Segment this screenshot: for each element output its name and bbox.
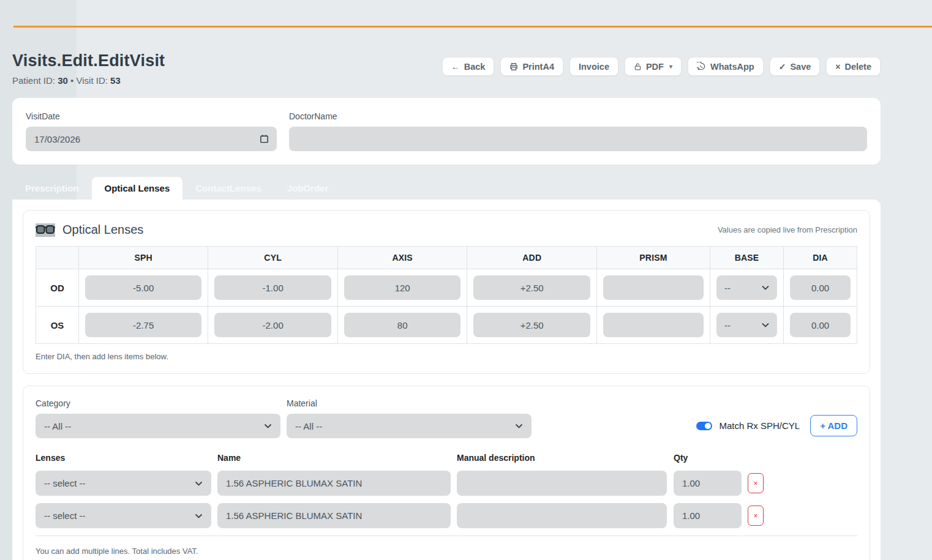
rx-header-row: SPH CYL AXIS ADD PRISM BASE DIA xyxy=(36,247,857,269)
manual-description-input-2[interactable] xyxy=(457,503,667,528)
od-dia-input[interactable] xyxy=(790,275,851,300)
rx-row-od: OD -- xyxy=(36,269,857,307)
patient-id-value: 30 xyxy=(58,75,68,86)
rx-col-prism: PRISM xyxy=(597,247,710,269)
pdf-icon xyxy=(634,62,642,71)
delete-lens-row-1-button[interactable]: × xyxy=(748,473,764,493)
visit-tabs: Prescription Optical Lenses ContactLense… xyxy=(12,177,881,200)
visit-date-label: VisitDate xyxy=(26,111,277,121)
lens-select-2[interactable]: -- select -- xyxy=(36,503,211,528)
calendar-icon[interactable] xyxy=(260,134,269,146)
lens-list-header: Lenses Name Manual description Qty xyxy=(36,453,857,463)
rx-col-cyl: CYL xyxy=(208,247,337,269)
rx-row-os: OS -- xyxy=(36,307,857,344)
lens-select-2-value: -- select -- xyxy=(44,510,86,521)
add-lens-button[interactable]: + ADD xyxy=(810,415,857,436)
chevron-down-icon xyxy=(264,424,272,428)
od-axis-input[interactable] xyxy=(344,275,461,300)
lens-select-1[interactable]: -- select -- xyxy=(36,471,211,496)
os-add-input[interactable] xyxy=(473,313,590,337)
os-axis-input[interactable] xyxy=(344,313,461,337)
chevron-down-icon xyxy=(195,481,203,486)
tab-prescription[interactable]: Prescription xyxy=(12,177,92,200)
manual-description-column-header: Manual description xyxy=(457,453,667,463)
qty-input-1[interactable] xyxy=(674,471,742,496)
material-select[interactable]: -- All -- xyxy=(287,414,532,438)
save-button[interactable]: ✓ Save xyxy=(770,57,821,76)
pdf-dropdown-button[interactable]: PDF ▾ xyxy=(625,57,682,76)
lens-row-2: -- select -- × xyxy=(36,503,857,528)
patient-visit-ids: Patient ID: 30 • Visit ID: 53 xyxy=(12,75,165,86)
lens-items-card: Category -- All -- Material -- All -- M xyxy=(23,386,870,560)
category-label: Category xyxy=(36,398,280,408)
lens-name-input-1[interactable] xyxy=(217,471,451,496)
category-select[interactable]: -- All -- xyxy=(36,414,280,438)
name-column-header: Name xyxy=(217,453,451,463)
match-rx-toggle[interactable] xyxy=(696,422,712,430)
tab-optical-lenses[interactable]: Optical Lenses xyxy=(92,177,183,200)
rx-section-title: Optical Lenses xyxy=(62,223,143,237)
material-value: -- All -- xyxy=(295,421,322,431)
print-button-label: PrintA4 xyxy=(522,62,554,72)
rx-section-header: Optical Lenses Values are copied live fr… xyxy=(36,223,857,237)
title-block: Visits.Edit.EditVisit Patient ID: 30 • V… xyxy=(12,51,165,86)
whatsapp-button[interactable]: WhatsApp xyxy=(688,57,764,76)
os-dia-input[interactable] xyxy=(790,313,851,337)
x-icon: × xyxy=(835,62,840,71)
od-sph-input[interactable] xyxy=(85,275,201,300)
od-add-input[interactable] xyxy=(473,275,590,300)
os-cyl-input[interactable] xyxy=(214,313,331,337)
rx-os-label: OS xyxy=(36,307,79,344)
delete-lens-row-2-button[interactable]: × xyxy=(748,506,764,526)
os-prism-input[interactable] xyxy=(603,313,704,337)
save-button-label: Save xyxy=(790,62,811,72)
rx-col-sph: SPH xyxy=(79,247,208,269)
visit-id-label: Visit ID: xyxy=(77,75,108,86)
manual-description-input-1[interactable] xyxy=(457,471,667,496)
os-base-select[interactable]: -- xyxy=(716,313,777,337)
od-base-select[interactable]: -- xyxy=(716,275,777,300)
delete-button[interactable]: × Delete xyxy=(826,57,881,76)
lens-filter-row: Category -- All -- Material -- All -- M xyxy=(36,398,857,438)
glasses-icon xyxy=(36,223,55,237)
top-accent-divider xyxy=(13,26,932,28)
back-button[interactable]: ← Back xyxy=(442,57,495,76)
toggle-knob xyxy=(705,423,711,429)
tab-job-order[interactable]: JobOrder xyxy=(274,177,342,200)
optical-lenses-panel: Optical Lenses Values are copied live fr… xyxy=(12,200,881,560)
material-label: Material xyxy=(287,398,532,408)
od-base-value: -- xyxy=(724,283,731,293)
category-field-group: Category -- All -- xyxy=(36,398,280,438)
doctor-name-input[interactable] xyxy=(289,127,867,151)
delete-x-icon: × xyxy=(753,512,757,520)
tab-contact-lenses[interactable]: ContactLenses xyxy=(182,177,274,200)
chevron-down-icon xyxy=(762,285,769,290)
qty-input-2[interactable] xyxy=(674,503,742,528)
lens-name-input-2[interactable] xyxy=(217,503,451,528)
caret-down-icon: ▾ xyxy=(669,63,672,70)
whatsapp-icon xyxy=(697,62,706,71)
doctor-name-field-group: DoctorName xyxy=(289,111,867,151)
rx-col-axis: AXIS xyxy=(337,247,467,269)
lenses-column-header: Lenses xyxy=(36,453,211,463)
visit-info-card: VisitDate DoctorName xyxy=(12,98,881,165)
category-value: -- All -- xyxy=(44,421,71,431)
edit-visit-page: Visits.Edit.EditVisit Patient ID: 30 • V… xyxy=(0,0,932,560)
delete-x-icon: × xyxy=(753,480,757,487)
pdf-button-label: PDF xyxy=(646,62,664,72)
os-sph-input[interactable] xyxy=(85,313,201,337)
delete-button-label: Delete xyxy=(844,62,871,72)
qty-column-header: Qty xyxy=(674,453,742,463)
chevron-down-icon xyxy=(762,323,769,327)
os-base-value: -- xyxy=(724,320,731,330)
rx-col-add: ADD xyxy=(467,247,597,269)
dot-separator: • xyxy=(70,75,73,86)
match-rx-group: Match Rx SPH/CYL + ADD xyxy=(696,415,857,438)
od-prism-input[interactable] xyxy=(603,275,704,300)
print-a4-button[interactable]: PrintA4 xyxy=(500,57,563,76)
check-icon: ✓ xyxy=(779,62,786,71)
od-cyl-input[interactable] xyxy=(214,275,331,300)
visit-date-input[interactable] xyxy=(26,127,277,151)
material-field-group: Material -- All -- xyxy=(287,398,532,438)
invoice-button[interactable]: Invoice xyxy=(569,57,618,76)
